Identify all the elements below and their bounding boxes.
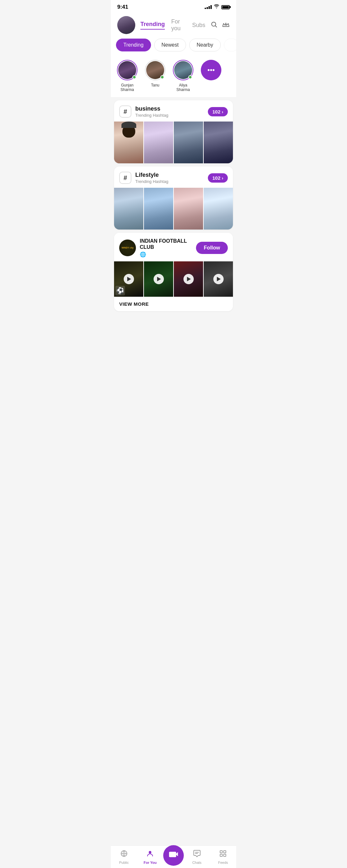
hashtag-name-lifestyle: Lifestyle: [135, 172, 204, 179]
crown-icon[interactable]: [222, 21, 230, 30]
story-item-1[interactable]: Gunjan Sharma: [116, 60, 138, 92]
battery-icon: [221, 5, 230, 9]
status-time: 9:41: [117, 4, 128, 10]
signal-icon: [205, 5, 212, 9]
story-item-2[interactable]: Tanu: [145, 60, 165, 92]
club-logo: WINDY city: [119, 240, 136, 256]
play-icon: [154, 274, 164, 284]
view-more-button[interactable]: VIEW MORE: [114, 297, 233, 311]
app-header: Trending For you Subs: [111, 13, 236, 34]
tab-foryou[interactable]: For you: [171, 18, 186, 32]
header-action-icons: [211, 21, 230, 30]
hashtag-images-lifestyle: [114, 188, 233, 229]
play-icon: [184, 274, 194, 284]
pill-trending[interactable]: Trending: [116, 38, 151, 52]
pill-newest[interactable]: Newest: [154, 38, 186, 52]
hashtag-sub-lifestyle: Trending Hashtag: [135, 179, 204, 184]
status-icons: [205, 4, 230, 10]
thumb-5[interactable]: [114, 188, 143, 229]
hashtag-card-lifestyle: # Lifestyle Trending Hashtag 102 ›: [114, 166, 233, 229]
online-indicator: [132, 75, 136, 79]
story-item-more[interactable]: •••: [201, 60, 221, 92]
filter-pills: Trending Newest Nearby: [111, 34, 236, 56]
play-icon: [124, 274, 134, 284]
hashtag-icon: #: [119, 105, 131, 118]
video-thumb-3[interactable]: [174, 261, 203, 297]
thumb-8[interactable]: [204, 188, 233, 229]
thumb-1[interactable]: [114, 122, 143, 163]
story-name-2: Tanu: [151, 83, 159, 88]
hashtag-name-business: business: [135, 105, 204, 112]
header-tabs: Trending For you Subs: [140, 18, 205, 32]
thumb-7[interactable]: [174, 188, 203, 229]
story-item-3[interactable]: Aliya Sharma: [172, 60, 194, 92]
tab-trending[interactable]: Trending: [140, 21, 165, 30]
online-indicator: [188, 75, 192, 79]
hashtag-count-lifestyle[interactable]: 102 ›: [208, 173, 228, 183]
story-name-3: Aliya Sharma: [172, 83, 194, 92]
follow-button[interactable]: Follow: [196, 242, 228, 254]
search-icon[interactable]: [211, 21, 218, 30]
hashtag-count-business[interactable]: 102 ›: [208, 107, 228, 116]
hashtag-card-business: # business Trending Hashtag 102 ›: [114, 100, 233, 163]
club-card: WINDY city INDIAN FOOTBALL CLUB 🌐 Follow…: [114, 233, 233, 311]
stories-row: Gunjan Sharma Tanu Aliya Sharma •••: [111, 57, 236, 97]
club-videos-row: ⚽: [114, 261, 233, 297]
play-icon: [213, 274, 224, 284]
pill-extra[interactable]: [224, 38, 236, 52]
thumb-2[interactable]: [144, 122, 173, 163]
video-thumb-2[interactable]: [144, 261, 173, 297]
story-name-1: Gunjan Sharma: [116, 83, 138, 92]
user-avatar[interactable]: [117, 16, 135, 34]
status-bar: 9:41: [111, 0, 236, 13]
thumb-6[interactable]: [144, 188, 173, 229]
globe-icon: 🌐: [140, 251, 192, 257]
hashtag-icon-lifestyle: #: [119, 172, 131, 184]
hashtag-images-business: [114, 122, 233, 163]
wifi-icon: [214, 4, 219, 10]
thumb-3[interactable]: [174, 122, 203, 163]
video-thumb-4[interactable]: [204, 261, 233, 297]
online-indicator: [160, 75, 164, 79]
thumb-4[interactable]: [204, 122, 233, 163]
more-stories-button[interactable]: •••: [201, 60, 221, 81]
video-thumb-1[interactable]: ⚽: [114, 261, 143, 297]
pill-nearby[interactable]: Nearby: [189, 38, 221, 52]
club-name: INDIAN FOOTBALL CLUB: [140, 238, 192, 250]
tab-subs[interactable]: Subs: [192, 22, 205, 29]
hashtag-sub-business: Trending Hashtag: [135, 113, 204, 118]
